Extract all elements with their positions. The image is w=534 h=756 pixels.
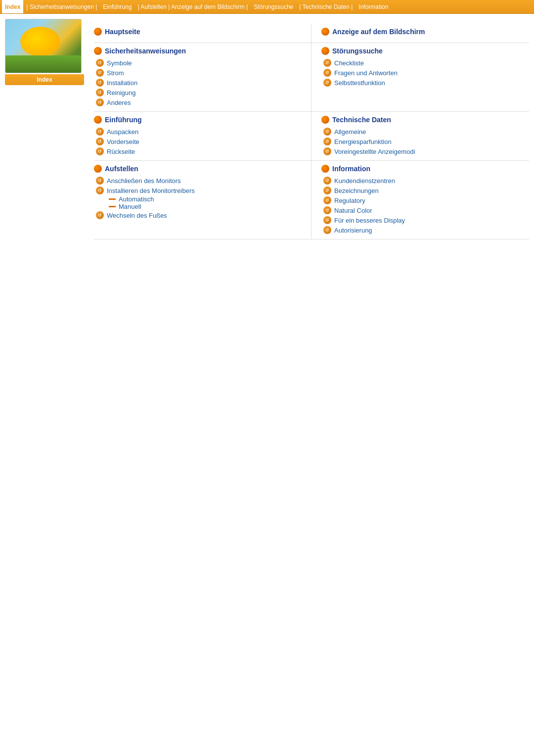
menu-item-automatisch[interactable]: Automatisch (94, 195, 301, 203)
section-title-anzeige[interactable]: Anzeige auf dem Bildschirm (321, 28, 521, 36)
arrow-icon-vorderseite: ↺ (96, 138, 104, 145)
menu-item-autorisierung[interactable]: ↺ Autorisierung (321, 225, 521, 235)
menu-item-selbsttest[interactable]: ↺ Selbsttestfunktion (321, 78, 521, 88)
arrow-icon-reinigung: ↺ (96, 89, 104, 96)
menu-item-natural-color[interactable]: ↺ Natural Color (321, 205, 521, 215)
menu-item-installation[interactable]: ↺ Installation (94, 78, 301, 88)
section-title-hauptseite[interactable]: Hauptseite (94, 28, 301, 36)
section-sicherheit: Sicherheitsanweisungen ↺ Symbole ↺ Strom… (94, 43, 312, 112)
menu-item-auspacken[interactable]: ↺ Auspacken (94, 127, 301, 137)
circle-icon-einfuehrung (94, 116, 102, 124)
section-hauptseite: Hauptseite (94, 24, 312, 43)
menu-item-besseres-display[interactable]: ↺ Für ein besseres Display (321, 215, 521, 225)
nav-item-index[interactable]: Index (2, 0, 23, 13)
nav-item-einfuehrung[interactable]: Einführung (100, 0, 134, 13)
arrow-icon-energiespar: ↺ (323, 138, 331, 145)
section-title-technische[interactable]: Technische Daten (321, 116, 521, 124)
arrow-icon-anschliessen: ↺ (96, 177, 104, 185)
main-layout: Index Hauptseite Anzeige auf dem Bildsch… (0, 14, 534, 249)
sidebar: Index (5, 19, 84, 244)
nav-item-technische[interactable]: | Technische Daten | (296, 0, 356, 13)
content-grid: Hauptseite Anzeige auf dem Bildschirm Si… (94, 24, 529, 239)
menu-item-bezeichnungen[interactable]: ↺ Bezeichnungen (321, 186, 521, 195)
circle-icon-hauptseite (94, 28, 102, 36)
menu-item-allgemeine[interactable]: ↺ Allgemeine (321, 127, 521, 137)
dash-icon-manuell (109, 206, 116, 207)
menu-item-wechseln[interactable]: ↺ Wechseln des Fußes (94, 210, 301, 220)
section-anzeige: Anzeige auf dem Bildschirm (312, 24, 529, 43)
circle-icon-information (321, 165, 329, 173)
section-technische: Technische Daten ↺ Allgemeine ↺ Energies… (312, 112, 529, 161)
menu-item-strom[interactable]: ↺ Strom (94, 68, 301, 78)
section-title-stoerung[interactable]: Störungssuche (321, 47, 521, 55)
arrow-icon-symbole: ↺ (96, 59, 104, 67)
menu-item-symbole[interactable]: ↺ Symbole (94, 58, 301, 68)
circle-icon-anzeige (321, 28, 329, 36)
section-aufstellen: Aufstellen ↺ Anschließen des Monitors ↺ … (94, 161, 312, 239)
nav-item-stoerung[interactable]: Störungssuche (251, 0, 296, 13)
arrow-icon-installieren: ↺ (96, 187, 104, 194)
arrow-icon-autorisierung: ↺ (323, 226, 331, 234)
nav-item-aufstellen[interactable]: | Aufstellen | Anzeige auf dem Bildschir… (134, 0, 251, 13)
arrow-icon-bezeichnungen: ↺ (323, 187, 331, 194)
arrow-icon-besseres-display: ↺ (323, 216, 331, 224)
section-title-information[interactable]: Information (321, 165, 521, 173)
arrow-icon-checkliste: ↺ (323, 59, 331, 67)
sidebar-image (5, 19, 82, 73)
menu-item-vorderseite[interactable]: ↺ Vorderseite (94, 137, 301, 146)
arrow-icon-strom: ↺ (96, 69, 104, 77)
menu-item-manuell[interactable]: Manuell (94, 203, 301, 210)
arrow-icon-auspacken: ↺ (96, 128, 104, 136)
section-title-sicherheit[interactable]: Sicherheitsanweisungen (94, 47, 301, 55)
arrow-icon-installation: ↺ (96, 79, 104, 87)
menu-item-anderes[interactable]: ↺ Anderes (94, 97, 301, 107)
arrow-icon-fragen: ↺ (323, 69, 331, 77)
menu-item-installieren[interactable]: ↺ Installieren des Monitortreibers (94, 186, 301, 195)
arrow-icon-natural-color: ↺ (323, 206, 331, 214)
circle-icon-aufstellen (94, 165, 102, 173)
menu-item-voreingestellt[interactable]: ↺ Voreingestellte Anzeigemodi (321, 146, 521, 156)
section-einfuehrung: Einführung ↺ Auspacken ↺ Vorderseite ↺ R… (94, 112, 312, 161)
section-title-aufstellen[interactable]: Aufstellen (94, 165, 301, 173)
circle-icon-technische (321, 116, 329, 124)
circle-icon-stoerung (321, 47, 329, 55)
arrow-icon-rueckseite: ↺ (96, 147, 104, 155)
menu-item-energiespar[interactable]: ↺ Energiesparfunktion (321, 137, 521, 146)
arrow-icon-anderes: ↺ (96, 98, 104, 106)
arrow-icon-allgemeine: ↺ (323, 128, 331, 136)
circle-icon-sicherheit (94, 47, 102, 55)
menu-item-reinigung[interactable]: ↺ Reinigung (94, 88, 301, 97)
sidebar-label: Index (5, 74, 84, 85)
dash-icon-automatisch (109, 198, 116, 200)
menu-item-checkliste[interactable]: ↺ Checkliste (321, 58, 521, 68)
arrow-icon-regulatory: ↺ (323, 196, 331, 204)
menu-item-rueckseite[interactable]: ↺ Rückseite (94, 146, 301, 156)
section-information: Information ↺ Kundendienstzentren ↺ Beze… (312, 161, 529, 239)
arrow-icon-wechseln: ↺ (96, 211, 104, 219)
menu-item-regulatory[interactable]: ↺ Regulatory (321, 195, 521, 205)
navigation-bar: Index | Sicherheitsanweisungen | Einführ… (0, 0, 534, 14)
nav-item-information[interactable]: Information (356, 0, 391, 13)
section-stoerung: Störungssuche ↺ Checkliste ↺ Fragen und … (312, 43, 529, 112)
nav-item-sicherheit[interactable]: | Sicherheitsanweisungen | (23, 0, 100, 13)
arrow-icon-selbsttest: ↺ (323, 79, 331, 87)
arrow-icon-voreingestellt: ↺ (323, 147, 331, 155)
content-area: Hauptseite Anzeige auf dem Bildschirm Si… (94, 19, 529, 244)
menu-item-anschliessen[interactable]: ↺ Anschließen des Monitors (94, 176, 301, 186)
menu-item-kundendienst[interactable]: ↺ Kundendienstzentren (321, 176, 521, 186)
arrow-icon-kundendienst: ↺ (323, 177, 331, 185)
menu-item-fragen[interactable]: ↺ Fragen und Antworten (321, 68, 521, 78)
section-title-einfuehrung[interactable]: Einführung (94, 116, 301, 124)
